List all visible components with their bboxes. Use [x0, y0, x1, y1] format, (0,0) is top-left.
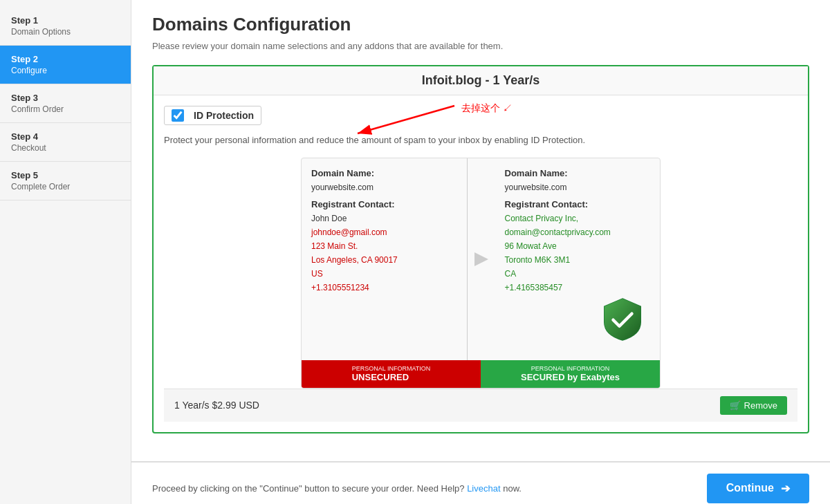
left-registrant-label: Registrant Contact: — [311, 199, 457, 209]
remove-btn-label: Remove — [744, 400, 777, 411]
remove-button[interactable]: 🛒 Remove — [720, 396, 787, 415]
right-registrant-email: domain@contactprivacy.com — [505, 226, 651, 239]
left-registrant-city: Los Angeles, CA 90017 — [311, 254, 457, 266]
after-livechat: now. — [503, 483, 522, 494]
privacy-col-right: Domain Name: yourwebsite.com Registrant … — [495, 158, 661, 360]
sidebar: Step 1 Domain Options Step 2 Configure S… — [0, 0, 131, 504]
unsecured-sub: Personal Information — [352, 365, 431, 372]
step2-label: Configure — [11, 66, 120, 75]
unsecured-bar-content: Personal Information UNSECURED — [352, 365, 431, 382]
step5-num: Step 5 — [11, 170, 120, 180]
proceed-text-area: Proceed by clicking on the "Continue" bu… — [152, 483, 522, 494]
sidebar-item-step4[interactable]: Step 4 Checkout — [0, 123, 131, 162]
page-subtitle: Please review your domain name selection… — [152, 41, 809, 51]
domain-body: ID Protection 去掉这个 ↙ — [154, 95, 808, 432]
continue-button[interactable]: Continue ➔ — [707, 474, 809, 503]
left-registrant-email: johndoe@gmail.com — [311, 226, 457, 239]
livechat-link[interactable]: Livechat — [467, 483, 500, 494]
right-registrant-name: Contact Privacy Inc, — [505, 212, 651, 225]
step4-label: Checkout — [11, 143, 120, 153]
unsecured-label: UNSECURED — [352, 372, 409, 382]
step4-num: Step 4 — [11, 131, 120, 142]
cart-icon: 🛒 — [730, 400, 741, 411]
id-protection-row: ID Protection — [164, 106, 797, 125]
svg-marker-1 — [474, 252, 488, 266]
sidebar-item-step5[interactable]: Step 5 Complete Order — [0, 162, 131, 200]
continue-btn-label: Continue — [726, 482, 774, 494]
sidebar-item-step3[interactable]: Step 3 Confirm Order — [0, 84, 131, 123]
security-bar: Personal Information UNSECURED Personal … — [302, 360, 660, 388]
left-registrant-block: Registrant Contact: John Doe johndoe@gma… — [311, 199, 457, 294]
right-registrant-city: Toronto M6K 3M1 — [505, 254, 651, 266]
left-registrant-name: John Doe — [311, 212, 457, 225]
secured-bar: Personal Information SECURED by Exabytes — [481, 360, 660, 388]
left-registrant-address: 123 Main St. — [311, 240, 457, 252]
right-domain-label: Domain Name: — [505, 168, 651, 178]
page-title: Domains Configuration — [152, 14, 809, 35]
main-content: Domains Configuration Please review your… — [131, 0, 830, 461]
id-protection-text: ID Protection — [194, 110, 254, 121]
step5-label: Complete Order — [11, 182, 120, 192]
right-domain-value: yourwebsite.com — [505, 181, 651, 194]
left-registrant-country: US — [311, 268, 457, 280]
domain-card-footer: 1 Year/s $2.99 USD 🛒 Remove — [164, 389, 797, 422]
bottom-bar: Proceed by clicking on the "Continue" bu… — [131, 461, 830, 505]
right-arrow-icon — [471, 249, 492, 270]
secured-sub: Personal Information — [531, 365, 610, 372]
step3-label: Confirm Order — [11, 104, 120, 114]
left-registrant-phone: +1.3105551234 — [311, 281, 457, 294]
price-label: 1 Year/s $2.99 USD — [174, 400, 259, 411]
shield-area — [505, 295, 651, 351]
domain-section: Infoit.blog - 1 Year/s ID Protection — [152, 65, 809, 433]
continue-arrow-icon: ➔ — [781, 482, 790, 495]
annotation-area: ID Protection 去掉这个 ↙ — [164, 106, 797, 125]
id-protection-description: Protect your personal information and re… — [164, 133, 797, 147]
privacy-col-left: Domain Name: yourwebsite.com Registrant … — [302, 158, 468, 360]
secured-label: SECURED by Exabytes — [521, 372, 620, 382]
privacy-card: Domain Name: yourwebsite.com Registrant … — [301, 158, 661, 389]
id-protection-label[interactable]: ID Protection — [164, 106, 261, 125]
privacy-card-wrapper: Domain Name: yourwebsite.com Registrant … — [164, 158, 797, 389]
domain-header: Infoit.blog - 1 Year/s — [154, 66, 808, 95]
sidebar-item-step1[interactable]: Step 1 Domain Options — [0, 7, 131, 46]
shield-icon — [602, 295, 643, 344]
right-registrant-label: Registrant Contact: — [505, 199, 651, 209]
privacy-card-inner: Domain Name: yourwebsite.com Registrant … — [302, 158, 660, 360]
step1-label: Domain Options — [11, 27, 120, 37]
sidebar-item-step2[interactable]: Step 2 Configure — [0, 46, 131, 84]
proceed-text: Proceed by clicking on the "Continue" bu… — [152, 483, 465, 494]
step2-num: Step 2 — [11, 54, 120, 64]
right-registrant-country: CA — [505, 268, 651, 280]
right-registrant-phone: +1.4165385457 — [505, 281, 651, 294]
right-registrant-block: Registrant Contact: Contact Privacy Inc,… — [505, 199, 651, 294]
left-domain-label: Domain Name: — [311, 168, 457, 178]
arrow-container — [468, 158, 495, 360]
right-registrant-address: 96 Mowat Ave — [505, 240, 651, 252]
step3-num: Step 3 — [11, 93, 120, 103]
step1-num: Step 1 — [11, 15, 120, 26]
id-protection-checkbox[interactable] — [172, 109, 184, 122]
left-domain-value: yourwebsite.com — [311, 181, 457, 194]
unsecured-bar: Personal Information UNSECURED — [302, 360, 481, 388]
